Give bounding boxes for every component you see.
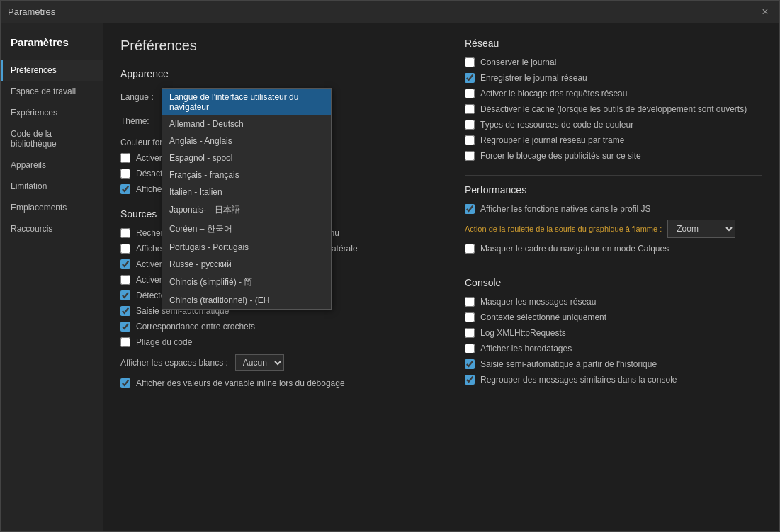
console-checkbox-autocomplete_history[interactable] [465, 359, 475, 369]
network-section: Réseau Conserver le journalEnregistrer l… [465, 38, 762, 161]
sidebar-item-library[interactable]: Code de la bibliothèque [1, 123, 103, 154]
zoom-select[interactable]: ZoomDéfilement [667, 220, 735, 238]
console-checkbox-label-autocomplete_history: Saisie semi-automatique à partir de l'hi… [480, 359, 657, 369]
language-option-browser[interactable]: Langue de l'interface utilisateur du nav… [162, 89, 331, 115]
console-checkbox-hide_network[interactable] [465, 297, 475, 307]
network-checkbox-color_types[interactable] [465, 120, 475, 130]
action-label: Action de la roulette de la souris du gr… [465, 225, 662, 233]
sidebar-item-workspace[interactable]: Espace de travail [1, 81, 103, 102]
network-section-title: Réseau [465, 38, 762, 49]
console-checkbox-selected_context[interactable] [465, 312, 475, 322]
sidebar: Paramètres PréférencesEspace de travailE… [1, 23, 103, 531]
sources-cb-row-brackets: Correspondance entre crochets [120, 322, 443, 332]
settings-window: Paramètres × Paramètres PréférencesEspac… [0, 0, 780, 532]
network-cb-row-force_block_ads: Forcer le blocage des publicités sur ce … [465, 151, 762, 161]
language-option-zh-s[interactable]: Chinois (simplifié) - 简 [162, 273, 331, 292]
appearance-checkbox-activate_c[interactable] [120, 153, 130, 163]
whitespace-row: Afficher les espaces blancs : AucunToutF… [120, 354, 443, 371]
sidebar-item-locations[interactable]: Emplacements [1, 197, 103, 218]
language-option-ko[interactable]: Coréen – 한국어 [162, 220, 331, 239]
language-row: Langue : Langue de l'interface utilisate… [120, 88, 443, 106]
appearance-checkbox-affiche_w[interactable] [120, 184, 130, 194]
sidebar-item-devices[interactable]: Appareils [1, 154, 103, 176]
language-option-ja[interactable]: Japonais- 日本語 [162, 200, 331, 220]
console-checkbox-label-selected_context: Contexte sélectionné uniquement [480, 312, 606, 322]
console-checkbox-group_similar[interactable] [465, 375, 475, 385]
whitespace-select[interactable]: AucunToutFin [235, 354, 284, 371]
sources-checkbox-auto_display[interactable] [120, 244, 130, 254]
sidebar-item-preferences[interactable]: Préférences [1, 60, 103, 81]
sources-checkbox-label-brackets: Correspondance entre crochets [136, 322, 255, 332]
close-button[interactable]: × [758, 5, 772, 19]
language-option-fr[interactable]: Français - français [162, 166, 331, 183]
console-cb-row-selected_context: Contexte sélectionné uniquement [465, 312, 762, 322]
right-panel: Réseau Conserver le journalEnregistrer l… [465, 38, 762, 517]
sidebar-item-shortcuts[interactable]: Raccourcis [1, 218, 103, 239]
language-option-de[interactable]: Allemand - Deutsch [162, 115, 331, 132]
language-dropdown-menu: Langue de l'interface utilisateur du nav… [162, 88, 332, 310]
inline-debug-label: Afficher des valeurs de variable inline … [136, 378, 345, 388]
network-checkbox-group_by_frame[interactable] [465, 135, 475, 145]
inline-debug-checkbox[interactable] [120, 378, 130, 388]
language-option-pt[interactable]: Portugais - Portugais [162, 239, 331, 256]
network-checkbox-disable_cache[interactable] [465, 104, 475, 114]
sources-checkbox-code_fold[interactable] [120, 337, 130, 347]
sources-checkbox-semi_auto[interactable] [120, 306, 130, 316]
network-cb-row-color_types: Types de ressources de code de couleur [465, 120, 762, 130]
divider-2 [465, 268, 762, 268]
network-cb-row-keep_log: Conserver le journal [465, 57, 762, 67]
left-panel: Préférences Apparence Langue : Langue de… [120, 38, 443, 517]
console-cb-row-autocomplete_history: Saisie semi-automatique à partir de l'hi… [465, 359, 762, 369]
appearance-section-title: Apparence [120, 68, 443, 79]
console-cb-row-hide_network: Masquer les messages réseau [465, 297, 762, 307]
window-title: Paramètres [8, 6, 55, 17]
sources-checkbox-brackets[interactable] [120, 322, 130, 332]
sidebar-header: Paramètres [1, 29, 103, 60]
sources-checkbox-activate_deplace[interactable] [120, 275, 130, 285]
inline-debug-row: Afficher des valeurs de variable inline … [120, 378, 443, 388]
language-option-zh-t[interactable]: Chinois (traditionnel) - (EH [162, 292, 331, 309]
network-checkbox-block_requests[interactable] [465, 89, 475, 98]
console-cb-row-group_similar: Regrouper des messages similaires dans l… [465, 375, 762, 385]
console-checkbox-timestamps[interactable] [465, 344, 475, 353]
console-checkbox-label-timestamps: Afficher les horodatages [480, 344, 572, 353]
console-checkbox-label-hide_network: Masquer les messages réseau [480, 297, 596, 307]
appearance-checkbox-deactivate[interactable] [120, 169, 130, 179]
sidebar-nav: PréférencesEspace de travailExpériencesC… [1, 60, 103, 239]
console-checkbox-label-log_xml: Log XMLHttpRequests [480, 328, 566, 338]
sources-checkbox-detect_indent[interactable] [120, 290, 130, 300]
sources-checkbox-search_anon[interactable] [120, 228, 130, 238]
language-option-ru[interactable]: Russe - русский [162, 256, 331, 273]
network-checkbox-save_network_log[interactable] [465, 73, 475, 83]
perf-checkbox-hide_frame[interactable] [465, 244, 475, 254]
language-option-en[interactable]: Anglais - Anglais [162, 132, 331, 149]
console-cb-row-timestamps: Afficher les horodatages [465, 344, 762, 353]
perf-cb-row-hide_frame: Masquer le cadre du navigateur en mode C… [465, 244, 762, 254]
whitespace-label: Afficher les espaces blancs : [120, 358, 228, 368]
network-cb-row-disable_cache: Désactiver le cache (lorsque les outils … [465, 104, 762, 114]
main-content: Préférences Apparence Langue : Langue de… [103, 23, 779, 531]
language-option-es[interactable]: Espagnol - spool [162, 149, 331, 166]
console-section: Console Masquer les messages réseauConte… [465, 277, 762, 385]
language-option-it[interactable]: Italien - Italien [162, 183, 331, 200]
network-checkbox-label-force_block_ads: Forcer le blocage des publicités sur ce … [480, 151, 641, 161]
sources-checkbox-label-code_fold: Pliage du code [136, 337, 192, 347]
network-checkbox-label-block_requests: Activer le blocage des requêtes réseau [480, 89, 627, 98]
network-checkbox-keep_log[interactable] [465, 57, 475, 67]
sidebar-item-experiences[interactable]: Expériences [1, 102, 103, 123]
sidebar-item-limitation[interactable]: Limitation [1, 176, 103, 197]
network-checkbox-force_block_ads[interactable] [465, 151, 475, 161]
performance-section-title: Performances [465, 184, 762, 196]
language-label: Langue : [120, 92, 156, 102]
window-body: Paramètres PréférencesEspace de travailE… [1, 23, 779, 531]
performance-section: Performances Afficher les fonctions nati… [465, 184, 762, 254]
page-title: Préférences [120, 38, 443, 54]
perf-checkbox-show_native[interactable] [465, 204, 475, 214]
console-checkbox-log_xml[interactable] [465, 328, 475, 338]
network-checkbox-label-save_network_log: Enregistrer le journal réseau [480, 73, 587, 83]
perf-checkbox-label-show_native: Afficher les fonctions natives dans le p… [480, 204, 651, 214]
title-bar: Paramètres × [1, 1, 779, 23]
sources-checkbox-activate_js[interactable] [120, 259, 130, 269]
network-checkbox-label-group_by_frame: Regrouper le journal réseau par trame [480, 135, 624, 145]
network-cb-row-save_network_log: Enregistrer le journal réseau [465, 73, 762, 83]
